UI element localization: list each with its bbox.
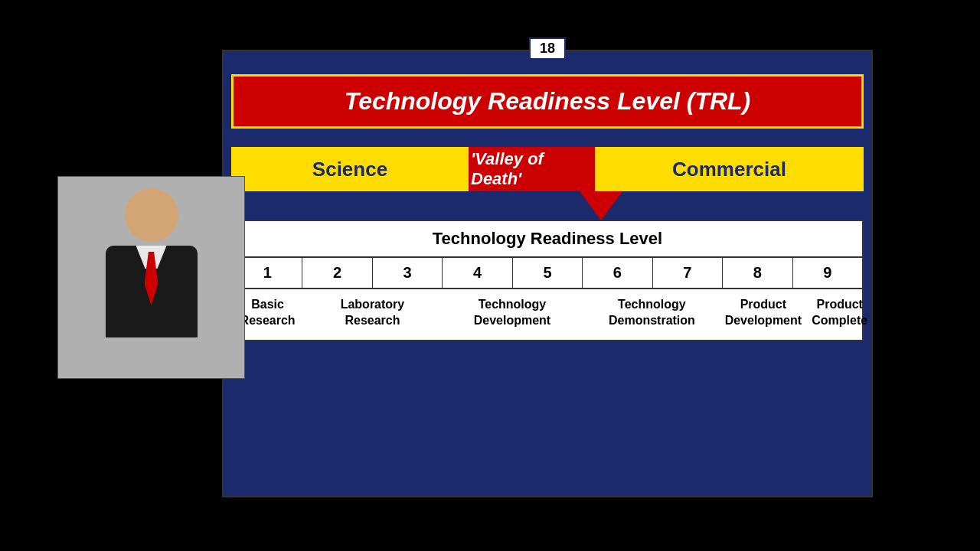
- trl-label-technology-demonstration: TechnologyDemonstration: [582, 297, 721, 329]
- trl-labels-row: BasicResearch LaboratoryResearch Technol…: [233, 289, 862, 340]
- webcam-overlay: [57, 176, 245, 379]
- title-bar: Technology Readiness Level (TRL): [231, 74, 864, 129]
- presenter-torso: [106, 246, 198, 337]
- presenter-head: [125, 188, 178, 242]
- trl-label-product-complete: ProductComplete: [805, 297, 874, 329]
- trl-num-7: 7: [653, 258, 723, 288]
- category-row: Science 'Valley of Death' Commercial: [231, 147, 864, 191]
- science-category: Science: [231, 147, 469, 191]
- trl-num-8: 8: [723, 258, 792, 288]
- trl-label-product-development: ProductDevelopment: [722, 297, 805, 329]
- trl-num-4: 4: [443, 258, 512, 288]
- main-container: 18 Technology Readiness Level (TRL) Scie…: [0, 0, 980, 551]
- slide-number: 18: [529, 37, 566, 60]
- presenter-video: [58, 177, 244, 378]
- commercial-label: Commercial: [672, 158, 786, 181]
- slide: 18 Technology Readiness Level (TRL) Scie…: [222, 50, 873, 497]
- trl-num-6: 6: [583, 258, 652, 288]
- trl-label-technology-development: TechnologyDevelopment: [443, 297, 582, 329]
- trl-label-laboratory-research: LaboratoryResearch: [302, 297, 442, 329]
- valley-arrow: [580, 191, 622, 220]
- trl-numbers-row: 1 2 3 4 5 6 7 8 9: [233, 258, 862, 289]
- trl-header: Technology Readiness Level: [233, 221, 862, 258]
- commercial-category: Commercial: [595, 147, 864, 191]
- slide-number-text: 18: [540, 41, 555, 56]
- trl-table: Technology Readiness Level 1 2 3 4 5 6 7…: [231, 220, 864, 341]
- trl-header-text: Technology Readiness Level: [433, 229, 662, 248]
- trl-num-3: 3: [373, 258, 443, 288]
- trl-num-2: 2: [302, 258, 372, 288]
- trl-num-5: 5: [513, 258, 583, 288]
- valley-category: 'Valley of Death': [469, 147, 595, 191]
- slide-title: Technology Readiness Level (TRL): [345, 87, 750, 115]
- valley-label: 'Valley of Death': [471, 149, 593, 189]
- science-label: Science: [312, 158, 387, 181]
- trl-num-9: 9: [793, 258, 862, 288]
